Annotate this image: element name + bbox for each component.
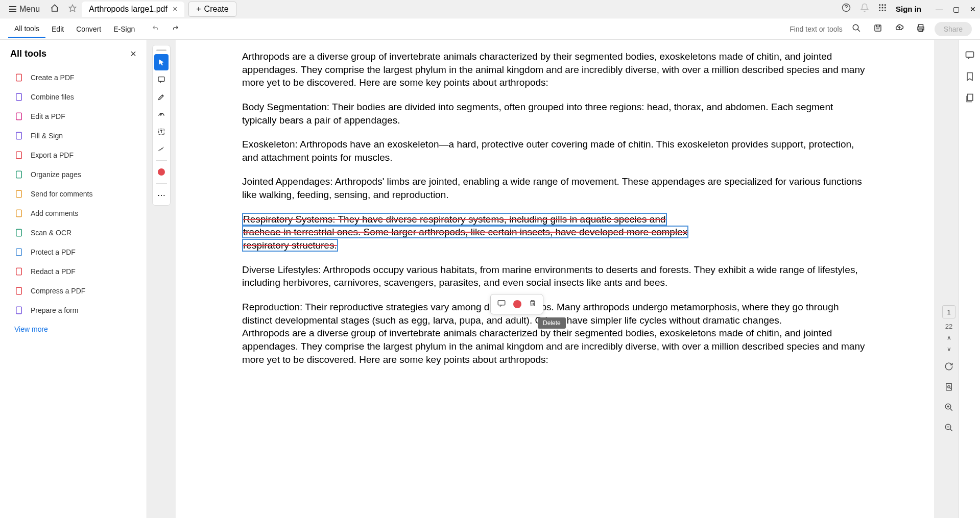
- menu-button[interactable]: Menu: [4, 3, 45, 16]
- sign-in-button[interactable]: Sign in: [896, 5, 921, 13]
- more-tools[interactable]: ⋯: [154, 187, 169, 203]
- star-button[interactable]: [64, 1, 81, 17]
- sidebar-item-redact-a-pdf[interactable]: Redact a PDF: [10, 262, 136, 281]
- sidebar-item-label: Create a PDF: [31, 73, 75, 82]
- sidebar-item-label: Export a PDF: [31, 151, 74, 159]
- send-comments-icon: [14, 189, 23, 199]
- svg-rect-8: [879, 10, 880, 11]
- comment-tool[interactable]: [154, 71, 169, 88]
- hamburger-icon: [9, 6, 16, 12]
- svg-rect-6: [882, 7, 883, 9]
- toolbar-drag-handle[interactable]: [156, 50, 166, 51]
- popup-color-indicator[interactable]: [513, 300, 521, 308]
- right-rail: [959, 40, 980, 518]
- rotate-button[interactable]: [944, 362, 953, 373]
- rail-pages-icon[interactable]: [965, 93, 975, 105]
- home-button[interactable]: [45, 1, 64, 18]
- find-label: Find text or tools: [790, 25, 843, 33]
- highlight-tool[interactable]: [154, 89, 169, 105]
- svg-rect-7: [885, 7, 886, 9]
- toolbar-convert[interactable]: Convert: [70, 21, 107, 37]
- select-tool[interactable]: [154, 54, 169, 70]
- svg-rect-28: [16, 307, 22, 314]
- view-more-link[interactable]: View more: [10, 320, 136, 338]
- add-comments-icon: [14, 209, 23, 218]
- svg-rect-18: [16, 113, 22, 120]
- svg-rect-5: [879, 7, 880, 9]
- sidebar-item-export-a-pdf[interactable]: Export a PDF: [10, 145, 136, 165]
- close-button[interactable]: ✕: [970, 5, 976, 13]
- annotation-popup: [490, 294, 543, 314]
- help-icon[interactable]: [842, 3, 851, 15]
- popup-comment-icon[interactable]: [497, 299, 506, 310]
- svg-rect-12: [875, 25, 881, 31]
- sidebar-item-scan-ocr[interactable]: Scan & OCR: [10, 223, 136, 242]
- svg-marker-0: [69, 5, 76, 11]
- svg-rect-31: [498, 301, 505, 305]
- sidebar-close-button[interactable]: ×: [130, 48, 136, 60]
- rail-comment-icon[interactable]: [965, 50, 975, 62]
- toolbar-all-tools[interactable]: All tools: [8, 20, 45, 38]
- svg-rect-27: [16, 287, 22, 294]
- svg-rect-36: [966, 52, 973, 57]
- rail-bookmark-icon[interactable]: [965, 71, 975, 84]
- svg-rect-25: [16, 249, 22, 256]
- apps-icon[interactable]: [878, 4, 887, 14]
- share-button[interactable]: Share: [935, 22, 972, 36]
- sidebar-item-add-comments[interactable]: Add comments: [10, 204, 136, 223]
- text-tool[interactable]: [154, 124, 169, 140]
- toolbar-edit[interactable]: Edit: [45, 21, 70, 37]
- current-page-input[interactable]: 1: [942, 305, 955, 318]
- undo-button[interactable]: [151, 24, 160, 34]
- sidebar-item-create-a-pdf[interactable]: Create a PDF: [10, 68, 136, 87]
- sidebar-item-organize-pages[interactable]: Organize pages: [10, 165, 136, 184]
- toolbar-esign[interactable]: E-Sign: [107, 21, 141, 37]
- svg-rect-20: [16, 152, 22, 159]
- document-area: ⋯ Arthropods are a diverse group of inve…: [147, 40, 959, 518]
- document-tab[interactable]: Arthropods large1.pdf ×: [82, 2, 184, 17]
- paragraph-2: Body Segmentation: Their bodies are divi…: [242, 101, 868, 127]
- popup-delete-icon[interactable]: [529, 299, 537, 310]
- organize-icon: [14, 170, 23, 179]
- sidebar-item-label: Combine files: [31, 93, 74, 101]
- sidebar-item-send-for-comments[interactable]: Send for comments: [10, 184, 136, 204]
- save-icon[interactable]: [870, 20, 886, 38]
- sidebar-item-compress-a-pdf[interactable]: Compress a PDF: [10, 281, 136, 301]
- sidebar-item-edit-a-pdf[interactable]: Edit a PDF: [10, 107, 136, 126]
- document-page: Arthropods are a diverse group of invert…: [176, 40, 934, 518]
- paragraph-1: Arthropods are a diverse group of invert…: [242, 50, 868, 89]
- cloud-icon[interactable]: [892, 20, 907, 38]
- search-icon[interactable]: [849, 20, 864, 38]
- redo-button[interactable]: [171, 24, 180, 34]
- strikethrough-annotation[interactable]: Respiratory Systems: They have diverse r…: [242, 213, 868, 252]
- svg-rect-2: [879, 4, 880, 6]
- draw-tool[interactable]: [154, 106, 169, 122]
- maximize-button[interactable]: ▢: [953, 5, 960, 13]
- bell-icon[interactable]: [860, 3, 869, 15]
- page-down-button[interactable]: ∨: [947, 346, 951, 353]
- zoom-in-button[interactable]: [944, 403, 953, 414]
- red-dot-icon: [158, 168, 165, 176]
- fit-button[interactable]: [944, 382, 953, 393]
- page-up-button[interactable]: ∧: [947, 334, 951, 341]
- print-icon[interactable]: [913, 20, 928, 38]
- tab-close-button[interactable]: ×: [173, 5, 177, 14]
- svg-rect-21: [16, 171, 22, 178]
- paragraph-8: Arthropods are a diverse group of invert…: [242, 327, 868, 366]
- color-tool[interactable]: [154, 164, 169, 180]
- minimize-button[interactable]: —: [936, 5, 943, 13]
- create-label: Create: [204, 5, 229, 14]
- zoom-out-button[interactable]: [944, 423, 953, 434]
- sidebar-title: All tools: [10, 48, 46, 59]
- sidebar-item-prepare-a-form[interactable]: Prepare a form: [10, 301, 136, 320]
- sidebar-item-protect-a-pdf[interactable]: Protect a PDF: [10, 242, 136, 262]
- sign-tool[interactable]: [154, 141, 169, 157]
- sidebar-item-label: Add comments: [31, 209, 78, 217]
- sidebar-item-label: Edit a PDF: [31, 112, 65, 120]
- create-button[interactable]: + Create: [188, 2, 236, 17]
- create-pdf-icon: [14, 73, 23, 82]
- sidebar-item-fill-sign[interactable]: Fill & Sign: [10, 126, 136, 145]
- export-icon: [14, 151, 23, 160]
- sidebar-item-combine-files[interactable]: Combine files: [10, 87, 136, 107]
- svg-rect-16: [16, 74, 22, 81]
